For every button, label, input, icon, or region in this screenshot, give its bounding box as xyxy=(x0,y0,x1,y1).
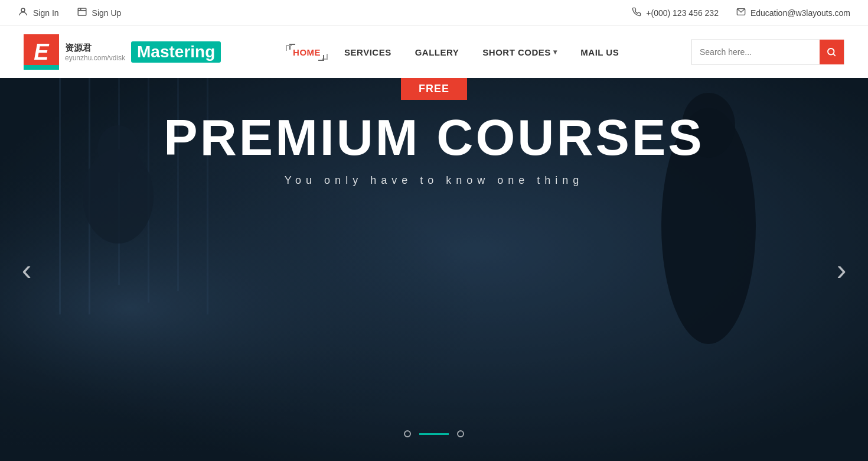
phone-icon xyxy=(632,7,641,18)
top-bar: Sign In Sign Up +(000) 123 456 232 xyxy=(0,0,868,26)
email-icon xyxy=(736,7,746,18)
logo-letter: E xyxy=(34,40,48,65)
top-bar-left: Sign In Sign Up xyxy=(18,7,121,20)
phone-contact: +(000) 123 456 232 xyxy=(632,7,719,18)
dot-line xyxy=(419,433,449,435)
svg-line-6 xyxy=(834,54,836,56)
signin-icon xyxy=(18,7,28,20)
next-arrow-icon: › xyxy=(837,255,847,284)
hero-slider: FREE PREMIUM COURSES You only have to kn… xyxy=(0,78,868,461)
main-nav: HOME SERVICES GALLERY SHORT CODES ▾ MAIL… xyxy=(281,41,631,63)
logo-text: 资源君 eyunzhu.com/vdisk xyxy=(65,43,125,62)
svg-rect-1 xyxy=(78,8,86,15)
email-address: Education@w3layouts.com xyxy=(750,8,850,18)
logo-cn-text: 资源君 xyxy=(65,43,125,54)
logo-url-text: eyunzhu.com/vdisk xyxy=(65,54,125,62)
nav-services[interactable]: SERVICES xyxy=(332,41,403,63)
signup-label: Sign Up xyxy=(92,8,122,18)
search-input[interactable] xyxy=(691,40,820,64)
signup-icon xyxy=(77,7,87,19)
signin-label: Sign In xyxy=(33,8,59,18)
nav-mail-us[interactable]: MAIL US xyxy=(569,41,631,63)
top-bar-right: +(000) 123 456 232 Education@w3layouts.c… xyxy=(632,7,850,18)
svg-point-5 xyxy=(828,48,834,55)
slider-next-button[interactable]: › xyxy=(827,255,856,284)
signup-link[interactable]: Sign Up xyxy=(77,7,122,20)
slider-dots xyxy=(404,430,464,437)
signin-link[interactable]: Sign In xyxy=(18,7,59,20)
hero-subtitle: You only have to know one thing xyxy=(285,174,584,187)
hero-content: FREE PREMIUM COURSES You only have to kn… xyxy=(0,78,868,187)
dropdown-arrow-icon: ▾ xyxy=(553,48,557,56)
header: E 资源君 eyunzhu.com/vdisk Mastering HOME S… xyxy=(0,26,868,78)
phone-number: +(000) 123 456 232 xyxy=(646,8,719,18)
search-button[interactable] xyxy=(820,40,844,64)
slider-prev-button[interactable]: ‹ xyxy=(12,255,41,284)
search-container xyxy=(691,40,844,64)
hero-badge: FREE xyxy=(401,78,467,100)
logo[interactable]: E 资源君 eyunzhu.com/vdisk Mastering xyxy=(24,34,221,70)
svg-point-0 xyxy=(21,8,25,12)
nav-gallery[interactable]: GALLERY xyxy=(403,41,471,63)
nav-home[interactable]: HOME xyxy=(281,41,332,63)
email-contact: Education@w3layouts.com xyxy=(736,7,850,18)
logo-box: E xyxy=(24,34,59,70)
prev-arrow-icon: ‹ xyxy=(22,255,32,284)
dot-1[interactable] xyxy=(404,430,411,437)
nav-short-codes[interactable]: SHORT CODES ▾ xyxy=(471,41,569,63)
logo-mastering: Mastering xyxy=(131,41,221,63)
dot-2[interactable] xyxy=(457,430,464,437)
hero-title: PREMIUM COURSES xyxy=(164,112,704,163)
